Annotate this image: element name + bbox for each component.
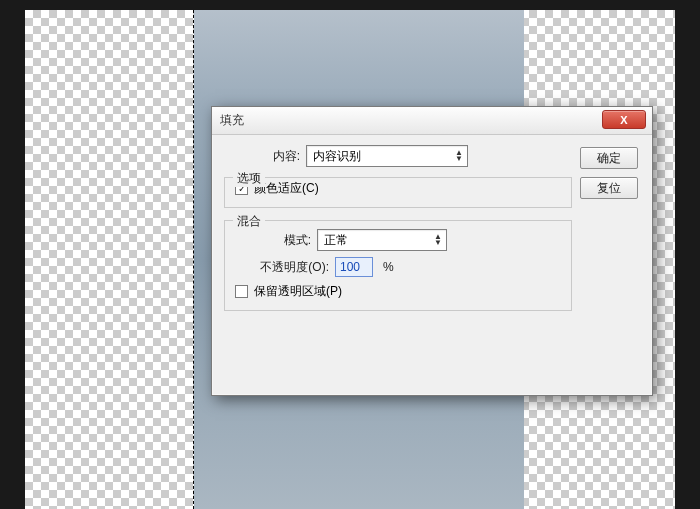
dialog-body: 内容: 内容识别 ▲▼ 确定 复位 选项 ✓ 颜色适应(C): [212, 135, 652, 395]
opacity-label: 不透明度(O):: [235, 259, 335, 276]
opacity-row: 不透明度(O): %: [235, 257, 561, 277]
dropdown-arrows-icon: ▲▼: [455, 150, 463, 162]
dialog-title: 填充: [220, 112, 244, 129]
reset-button-label: 复位: [597, 180, 621, 197]
ok-button-label: 确定: [597, 150, 621, 167]
selection-marquee-line: [193, 10, 194, 509]
preserve-transparency-label: 保留透明区域(P): [254, 283, 342, 300]
reset-button[interactable]: 复位: [580, 177, 638, 199]
preserve-transparency-row: 保留透明区域(P): [235, 283, 561, 300]
blend-fieldset: 混合 模式: 正常 ▲▼ 不透明度(O): % 保留透明区域(P): [224, 220, 572, 311]
content-dropdown-value: 内容识别: [313, 148, 361, 165]
opacity-unit: %: [383, 260, 394, 274]
opacity-input[interactable]: [335, 257, 373, 277]
content-dropdown[interactable]: 内容识别 ▲▼: [306, 145, 468, 167]
preserve-transparency-checkbox[interactable]: [235, 285, 248, 298]
close-icon: X: [620, 114, 627, 126]
options-fieldset: 选项 ✓ 颜色适应(C): [224, 177, 572, 208]
blend-legend: 混合: [233, 213, 265, 230]
close-button[interactable]: X: [602, 110, 646, 129]
mode-label: 模式:: [235, 232, 317, 249]
color-adapt-row: ✓ 颜色适应(C): [235, 180, 561, 197]
mode-dropdown-value: 正常: [324, 232, 348, 249]
content-label: 内容:: [224, 148, 306, 165]
options-legend: 选项: [233, 170, 265, 187]
dropdown-arrows-icon: ▲▼: [434, 234, 442, 246]
ok-button[interactable]: 确定: [580, 147, 638, 169]
content-row: 内容: 内容识别 ▲▼: [224, 145, 640, 167]
dialog-right-buttons: 确定 复位: [580, 147, 638, 207]
mode-row: 模式: 正常 ▲▼: [235, 229, 561, 251]
mode-dropdown[interactable]: 正常 ▲▼: [317, 229, 447, 251]
dialog-titlebar[interactable]: 填充 X: [212, 107, 652, 135]
fill-dialog: 填充 X 内容: 内容识别 ▲▼ 确定 复位 选项 ✓: [211, 106, 653, 396]
